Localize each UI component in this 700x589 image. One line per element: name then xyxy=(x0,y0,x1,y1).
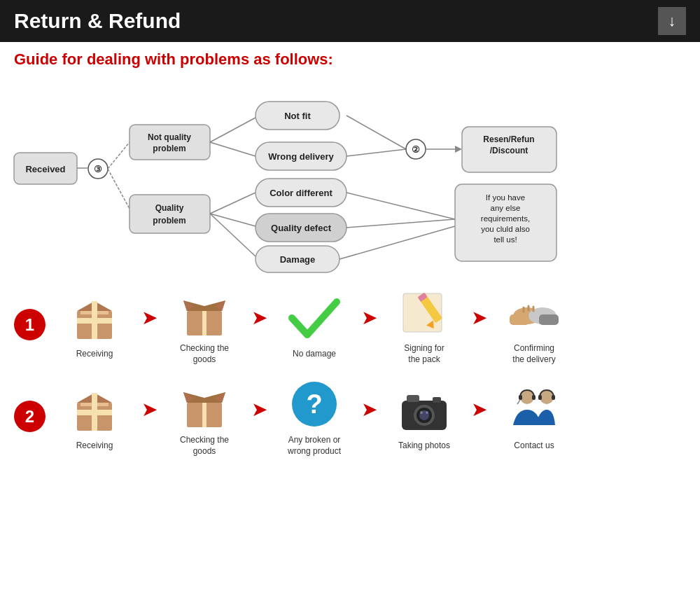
svg-rect-7 xyxy=(130,125,210,160)
svg-text:you cluld also: you cluld also xyxy=(481,225,530,233)
step2-row: 2 Receiving ➤ xyxy=(7,370,693,462)
svg-text:requirements,: requirements, xyxy=(481,214,530,223)
svg-text:problem: problem xyxy=(153,216,186,226)
step2-icon4 xyxy=(389,382,459,438)
step1-label1: Receiving xyxy=(76,349,113,360)
step1-icon4 xyxy=(389,284,459,340)
svg-line-6 xyxy=(108,169,130,209)
step2-label4: Taking photos xyxy=(398,441,450,452)
step2-arrow1: ➤ xyxy=(141,398,158,421)
step1-label3: No damage xyxy=(293,349,336,360)
main-container: Return & Refund ↓ Guide for dealing with… xyxy=(0,0,700,589)
svg-text:Color different: Color different xyxy=(270,188,332,198)
svg-rect-62 xyxy=(510,314,529,325)
svg-rect-84 xyxy=(407,395,419,402)
step1-icon3 xyxy=(279,290,349,346)
step1-label4: Signing forthe pack xyxy=(404,343,444,365)
step1-label2: Checking thegoods xyxy=(180,343,229,365)
svg-rect-63 xyxy=(539,314,559,325)
step2-item4: Taking photos xyxy=(379,382,470,452)
flowchart-area: Received ③ Not quality problem Quality p… xyxy=(0,72,700,275)
svg-rect-55 xyxy=(202,311,206,335)
svg-rect-50 xyxy=(77,318,112,324)
step1-icon2 xyxy=(169,284,239,340)
svg-line-29 xyxy=(346,149,406,156)
step2-item3: ? Any broken orwrong product xyxy=(269,376,360,457)
step2-item5: Contact us xyxy=(489,382,580,452)
step1-item1: Receiving xyxy=(49,290,140,360)
step2-label3: Any broken orwrong product xyxy=(288,435,341,457)
step2-icon1 xyxy=(59,382,130,438)
svg-line-5 xyxy=(108,142,130,169)
svg-line-38 xyxy=(346,219,455,228)
svg-text:Quality: Quality xyxy=(155,203,184,213)
steps-section: 1 Receiving ➤ xyxy=(0,275,700,589)
step1-arrow3: ➤ xyxy=(361,306,377,329)
svg-rect-76 xyxy=(202,403,206,427)
svg-text:Quality defect: Quality defect xyxy=(271,223,332,233)
page-title: Return & Refund xyxy=(14,9,181,33)
svg-text:Resen/Refun: Resen/Refun xyxy=(483,134,534,144)
svg-text:/Discount: /Discount xyxy=(490,146,528,155)
svg-text:Not fit: Not fit xyxy=(284,111,311,121)
step2-item2: Checking thegoods xyxy=(159,376,250,457)
svg-text:Damage: Damage xyxy=(280,254,316,265)
svg-rect-71 xyxy=(77,410,112,415)
step2-label5: Contact us xyxy=(514,441,554,452)
step1-arrow4: ➤ xyxy=(471,306,487,329)
svg-rect-92 xyxy=(538,395,542,400)
svg-text:problem: problem xyxy=(153,144,186,153)
guide-title: Guide for dealing with problems as follo… xyxy=(14,50,686,69)
step2-arrow3: ➤ xyxy=(361,398,377,421)
svg-rect-88 xyxy=(519,395,522,400)
step2-label1: Receiving xyxy=(76,441,113,452)
svg-line-13 xyxy=(210,118,255,142)
header-arrow-icon: ↓ xyxy=(658,7,686,35)
step1-icon1 xyxy=(59,290,130,346)
step1-arrow1: ➤ xyxy=(141,306,158,329)
svg-line-37 xyxy=(346,193,455,219)
svg-rect-10 xyxy=(130,195,210,233)
step2-label2: Checking thegoods xyxy=(180,435,229,457)
svg-rect-93 xyxy=(552,395,555,400)
step1-item3: No damage xyxy=(269,290,360,360)
svg-text:Not quality: Not quality xyxy=(148,132,191,142)
guide-section: Guide for dealing with problems as follo… xyxy=(0,42,700,72)
step2-number: 2 xyxy=(14,401,46,432)
step2-icon5 xyxy=(499,382,569,438)
svg-text:②: ② xyxy=(412,144,420,155)
svg-rect-89 xyxy=(532,395,536,400)
svg-text:Received: Received xyxy=(25,164,65,174)
svg-line-39 xyxy=(340,226,455,259)
svg-text:③: ③ xyxy=(94,164,102,174)
step2-icon3: ? xyxy=(279,376,349,432)
step1-label5: Confirmingthe delivery xyxy=(512,343,555,365)
svg-line-19 xyxy=(210,193,255,214)
step1-arrow2: ➤ xyxy=(251,306,267,329)
svg-marker-33 xyxy=(455,146,462,153)
svg-text:tell us!: tell us! xyxy=(493,235,517,244)
step2-arrow4: ➤ xyxy=(471,398,487,421)
step1-number: 1 xyxy=(14,309,46,340)
svg-text:any else: any else xyxy=(491,204,521,212)
svg-text:Wrong delivery: Wrong delivery xyxy=(268,151,334,162)
svg-line-14 xyxy=(210,142,255,156)
step1-item2: Checking thegoods xyxy=(159,284,250,365)
step1-icon5 xyxy=(499,284,569,340)
svg-text:?: ? xyxy=(306,389,322,419)
svg-point-86 xyxy=(426,411,428,414)
step2-icon2 xyxy=(169,376,239,432)
svg-line-90 xyxy=(517,400,520,404)
svg-text:If you have: If you have xyxy=(486,193,525,202)
step1-row: 1 Receiving ➤ xyxy=(7,279,693,370)
svg-point-83 xyxy=(420,411,423,414)
step1-item5: Confirmingthe delivery xyxy=(489,284,580,365)
header: Return & Refund ↓ xyxy=(0,0,700,42)
svg-line-28 xyxy=(346,116,406,149)
svg-rect-85 xyxy=(433,397,441,403)
step2-arrow2: ➤ xyxy=(251,398,267,421)
step2-item1: Receiving xyxy=(49,382,140,452)
step1-item4: Signing forthe pack xyxy=(379,284,470,365)
